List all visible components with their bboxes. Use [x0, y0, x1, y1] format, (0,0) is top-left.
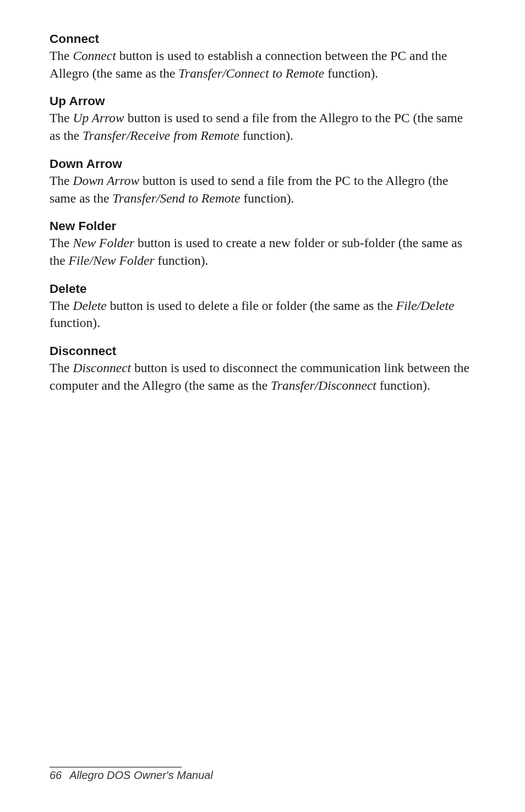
- italic-term: File/New Folder: [69, 253, 155, 268]
- body-up-arrow: The Up Arrow button is used to send a fi…: [50, 110, 475, 144]
- body-new-folder: The New Folder button is used to create …: [50, 235, 475, 269]
- text: The: [50, 298, 73, 313]
- heading-up-arrow: Up Arrow: [50, 94, 475, 108]
- text: The: [50, 173, 73, 188]
- manual-title: Allegro DOS Owner's Manual: [69, 769, 213, 781]
- text: function).: [239, 128, 293, 143]
- page-number: 66: [50, 769, 69, 781]
- body-connect: The Connect button is used to establish …: [50, 47, 475, 82]
- text: function).: [240, 191, 294, 205]
- text: The: [50, 48, 73, 63]
- heading-disconnect: Disconnect: [50, 344, 475, 358]
- body-disconnect: The Disconnect button is used to disconn…: [50, 359, 475, 394]
- italic-term: Transfer/Receive from Remote: [83, 128, 239, 143]
- italic-term: Down Arrow: [73, 173, 139, 188]
- italic-term: Delete: [73, 298, 106, 313]
- italic-term: Disconnect: [73, 361, 131, 375]
- heading-connect: Connect: [50, 32, 475, 46]
- italic-term: Transfer/Send to Remote: [112, 191, 240, 205]
- text: function).: [155, 253, 209, 268]
- footer-text: 66Allegro DOS Owner's Manual: [50, 769, 475, 782]
- text: function).: [324, 66, 378, 80]
- body-down-arrow: The Down Arrow button is used to send a …: [50, 172, 475, 207]
- heading-delete: Delete: [50, 282, 475, 296]
- italic-term: Transfer/Disconnect: [271, 378, 376, 393]
- footer-divider: [50, 767, 182, 767]
- italic-term: Transfer/Connect to Remote: [178, 66, 324, 80]
- text: button is used to delete a file or folde…: [107, 298, 396, 313]
- italic-term: Connect: [73, 48, 116, 63]
- page-footer: 66Allegro DOS Owner's Manual: [50, 767, 475, 782]
- heading-down-arrow: Down Arrow: [50, 157, 475, 171]
- italic-term: Up Arrow: [73, 111, 124, 125]
- text: function).: [376, 378, 430, 393]
- italic-term: New Folder: [73, 236, 134, 250]
- heading-new-folder: New Folder: [50, 219, 475, 233]
- text: function).: [50, 315, 100, 330]
- text: The: [50, 236, 73, 250]
- body-delete: The Delete button is used to delete a fi…: [50, 297, 475, 332]
- italic-term: File/Delete: [396, 298, 455, 313]
- text: The: [50, 111, 73, 125]
- text: The: [50, 361, 73, 375]
